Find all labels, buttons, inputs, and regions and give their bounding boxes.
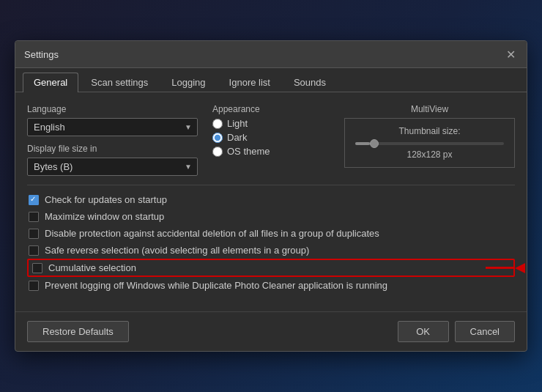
maximize-window-checkbox[interactable] — [29, 212, 39, 222]
checkbox-disable-protection[interactable]: Disable protection against accidental de… — [27, 225, 515, 242]
appearance-os-option[interactable]: OS theme — [212, 146, 330, 157]
divider-1 — [27, 185, 515, 185]
checkbox-safe-reverse[interactable]: Safe reverse selection (avoid selecting … — [27, 242, 515, 259]
multiview-box: Thumbnail size: 128x128 px — [344, 118, 515, 168]
appearance-light-label: Light — [227, 118, 248, 129]
cancel-button[interactable]: Cancel — [455, 321, 515, 342]
slider-fill — [355, 142, 370, 145]
tab-bar: General Scan settings Logging Ignore lis… — [15, 68, 527, 92]
prevent-logging-checkbox[interactable] — [29, 281, 39, 291]
check-updates-checkbox[interactable] — [29, 195, 39, 205]
title-bar: Settings ✕ — [15, 41, 527, 68]
checkbox-prevent-logging[interactable]: Prevent logging off Windows while Duplic… — [27, 277, 515, 294]
appearance-section: Appearance Light Dark OS theme — [212, 104, 330, 176]
multiview-label: MultiView — [344, 104, 515, 114]
checkbox-maximize-window[interactable]: Maximize window on startup — [27, 208, 515, 225]
appearance-label: Appearance — [212, 104, 330, 114]
language-label: Language — [27, 104, 198, 114]
checkbox-check-updates[interactable]: Check for updates on startup — [27, 191, 515, 208]
safe-reverse-label: Safe reverse selection (avoid selecting … — [45, 245, 309, 256]
tab-logging[interactable]: Logging — [160, 73, 216, 92]
appearance-options: Light Dark OS theme — [212, 118, 330, 157]
disable-protection-checkbox[interactable] — [29, 229, 39, 239]
cumulative-checkbox[interactable] — [32, 263, 42, 273]
language-dropdown-wrap: English ▼ — [27, 118, 198, 136]
tab-sounds[interactable]: Sounds — [283, 73, 337, 92]
tab-scan-settings[interactable]: Scan settings — [80, 73, 159, 92]
close-button[interactable]: ✕ — [503, 47, 518, 62]
appearance-light-option[interactable]: Light — [212, 118, 330, 129]
check-updates-label: Check for updates on startup — [45, 194, 167, 205]
appearance-os-label: OS theme — [227, 146, 270, 157]
display-file-size-dropdown-wrap: Bytes (B) ▼ — [27, 158, 198, 176]
settings-content: Language English ▼ Display file size in … — [15, 92, 527, 306]
arrow-head — [515, 263, 525, 273]
display-file-size-label: Display file size in — [27, 144, 198, 154]
checkbox-cumulative[interactable]: Cumulative selection — [27, 259, 515, 277]
cumulative-row-container: Cumulative selection — [27, 259, 515, 277]
maximize-window-label: Maximize window on startup — [45, 211, 164, 222]
appearance-light-radio[interactable] — [212, 119, 223, 129]
appearance-dark-radio[interactable] — [212, 133, 223, 143]
cumulative-label: Cumulative selection — [48, 262, 136, 273]
language-dropdown[interactable]: English — [27, 118, 198, 136]
tab-general[interactable]: General — [23, 73, 78, 92]
language-section: Language English ▼ Display file size in … — [27, 104, 198, 176]
thumbnail-size-value: 128x128 px — [355, 149, 504, 160]
settings-dialog: Settings ✕ General Scan settings Logging… — [15, 40, 527, 352]
footer-right-buttons: OK Cancel — [398, 321, 515, 342]
checkboxes-section: Check for updates on startup Maximize wi… — [27, 191, 515, 294]
prevent-logging-label: Prevent logging off Windows while Duplic… — [45, 280, 387, 291]
arrow-indicator — [486, 263, 525, 273]
ok-button[interactable]: OK — [398, 321, 449, 342]
top-row: Language English ▼ Display file size in … — [27, 104, 515, 176]
dialog-title: Settings — [24, 49, 59, 60]
thumbnail-slider-track — [355, 142, 504, 145]
arrow-shaft — [486, 267, 515, 269]
safe-reverse-checkbox[interactable] — [29, 245, 39, 256]
appearance-dark-label: Dark — [227, 132, 247, 143]
disable-protection-label: Disable protection against accidental de… — [45, 228, 379, 239]
slider-thumb[interactable] — [370, 139, 379, 148]
multiview-section: MultiView Thumbnail size: 128x128 px — [344, 104, 515, 176]
thumbnail-size-label: Thumbnail size: — [355, 126, 504, 136]
restore-defaults-button[interactable]: Restore Defaults — [27, 321, 129, 342]
dialog-footer: Restore Defaults OK Cancel — [15, 311, 527, 351]
appearance-dark-option[interactable]: Dark — [212, 132, 330, 143]
display-file-size-dropdown[interactable]: Bytes (B) — [27, 158, 198, 176]
appearance-os-radio[interactable] — [212, 147, 223, 157]
tab-ignore-list[interactable]: Ignore list — [218, 73, 281, 92]
